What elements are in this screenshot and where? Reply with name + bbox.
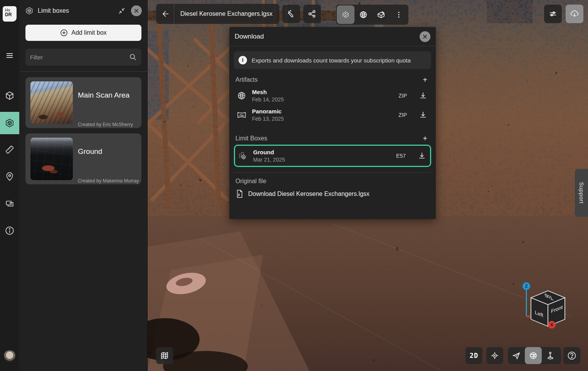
target-icon [490,351,499,360]
walk-person-icon [546,351,555,360]
more-options-button[interactable] [390,5,408,24]
filter-field [25,49,141,66]
quota-info-text: Exports and downloads count towards your… [252,57,411,64]
panel-title: Limit boxes [38,7,113,14]
download-tray-icon [418,152,426,160]
sidebar-item-info[interactable] [0,222,19,239]
card-subtitle: Created by Eric McSherry [78,122,133,127]
user-avatar[interactable] [3,350,17,364]
pointcloud-icon [237,151,248,161]
close-icon [422,34,428,39]
limit-box-icon [4,118,15,128]
info-icon [5,226,15,236]
panoramic-icon [236,110,247,120]
search-icon[interactable] [129,53,137,61]
original-file-text: Download Diesel Kerosene Exchangers.lgsx [248,191,370,197]
wand-tool-button[interactable] [282,5,300,23]
artifact-name: Panoramic [252,108,393,115]
back-button[interactable] [156,5,174,23]
sliders-icon [548,9,558,19]
logo-line2: DR [5,12,17,17]
filter-input[interactable] [30,54,129,61]
fly-mode-button[interactable] [508,347,525,364]
download-mesh-button[interactable] [417,90,429,101]
limit-box-card-ground[interactable]: Ground Created by Makenna Murray [25,133,141,184]
artifact-format: ZIP [398,112,407,118]
recenter-button[interactable] [486,347,503,364]
sidebar-item-exports[interactable] [0,195,19,212]
limit-boxes-panel: Limit boxes Add limit box [19,0,148,371]
exports-icon [5,199,15,209]
download-panel: Download i Exports and downloads count t… [229,27,436,219]
walk-mode-button[interactable] [542,347,559,364]
card-thumbnail [30,138,73,180]
sidebar-item-measure[interactable] [0,141,19,158]
download-tray-icon [419,91,427,100]
2d-mode-button[interactable]: 2D [465,347,482,364]
support-tab-label: Support [578,182,585,204]
download-original-file-link[interactable]: Download Diesel Kerosene Exchangers.lgsx [235,189,430,199]
original-file-header: Original file [235,178,266,185]
support-tab[interactable]: Support [575,169,588,217]
app-window: Diesel Kerosene Exchangers.lgsx [0,0,588,371]
kebab-menu-icon [395,11,403,19]
download-panel-button[interactable] [566,5,583,23]
limit-box-icon [25,6,34,15]
artifact-row-panoramic[interactable]: Panoramic Feb 13, 2025 ZIP [234,105,431,125]
file-title: Diesel Kerosene Exchangers.lgsx [180,10,272,17]
download-tray-icon [419,111,427,119]
info-filled-icon: i [239,56,247,64]
limit-box-date: Mar 21, 2025 [253,157,391,163]
sidebar-item-limit-boxes[interactable] [0,112,19,134]
sidebar-item-models[interactable] [0,87,19,104]
2d-label: 2D [470,352,478,359]
file-download-icon [235,189,244,199]
plus-circle-icon [60,29,68,37]
mesh-mode-button[interactable] [354,5,372,24]
artifacts-header: Artifacts [235,76,258,83]
back-arrow-icon [161,10,169,18]
axis-x-label: X [550,322,553,327]
close-panel-button[interactable] [131,5,142,16]
main-menu-button[interactable] [0,47,19,64]
add-limit-box-button[interactable]: Add limit box [25,25,141,41]
highlighted-limit-box-row[interactable]: Ground Mar 21, 2025 E57 [234,145,431,167]
orbit-mode-button[interactable] [525,347,542,364]
hxdr-logo[interactable]: Hx DR [3,6,17,22]
artifact-format: ZIP [398,93,407,99]
share-icon [308,10,316,18]
help-button[interactable] [563,347,580,364]
section-divider [234,172,431,173]
collapse-panel-button[interactable] [116,5,127,16]
globe-icon [529,351,538,360]
add-artifact-button[interactable]: + [420,75,430,84]
pointcloud-mode-button[interactable] [337,5,354,24]
cloud-download-icon [570,9,580,19]
download-panoramic-button[interactable] [417,109,429,121]
settings-sliders-button[interactable] [544,5,562,23]
card-subtitle: Created by Makenna Murray [78,178,139,184]
help-icon [567,351,577,361]
sidebar-item-locations[interactable] [0,168,19,185]
textured-mesh-mode-button[interactable] [372,5,390,24]
artifact-row-mesh[interactable]: Mesh Feb 14, 2025 ZIP [234,86,431,105]
orientation-cube[interactable]: Left Front Top Z X [519,280,573,331]
wand-icon [287,10,296,18]
textured-mesh-icon [376,10,386,19]
download-panel-close-button[interactable] [420,31,430,42]
title-divider [174,4,174,24]
add-limit-box-export-button[interactable]: + [420,134,430,143]
download-ground-e57-button[interactable] [416,150,428,162]
location-pin-icon [5,172,15,182]
ruler-icon [5,145,15,155]
limit-box-card-main-scan-area[interactable]: Main Scan Area Created by Eric McSherry [25,77,141,128]
share-button[interactable] [303,5,321,23]
artifact-name: Mesh [252,89,393,95]
pointcloud-icon [341,10,350,19]
panel-divider [19,71,147,72]
map-grid-icon [160,351,169,360]
download-panel-header: Download [229,27,436,46]
close-icon [134,8,139,13]
card-title: Ground [78,147,102,156]
minimap-button[interactable] [156,347,173,364]
